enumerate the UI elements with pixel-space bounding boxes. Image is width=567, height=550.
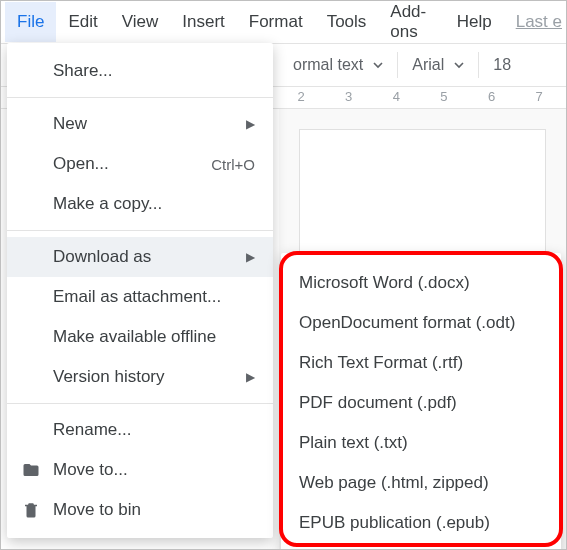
submenu-label: PDF document (.pdf) — [299, 393, 457, 413]
menu-item-email-attachment[interactable]: Email as attachment... — [7, 277, 273, 317]
menu-insert[interactable]: Insert — [170, 2, 237, 42]
menu-item-make-offline[interactable]: Make available offline — [7, 317, 273, 357]
paragraph-style-label: ormal text — [293, 56, 363, 74]
menu-item-move-to[interactable]: Move to... — [7, 450, 273, 490]
menu-separator — [7, 403, 273, 404]
menu-item-version-history[interactable]: Version history ▶ — [7, 357, 273, 397]
menu-item-open[interactable]: Open... Ctrl+O — [7, 144, 273, 184]
font-size-value: 18 — [493, 56, 511, 74]
menu-item-download-as[interactable]: Download as ▶ — [7, 237, 273, 277]
file-menu-dropdown: Share... New ▶ Open... Ctrl+O Make a cop… — [7, 43, 273, 538]
font-size-field[interactable]: 18 — [479, 44, 525, 86]
chevron-down-icon — [373, 60, 383, 70]
menubar: File Edit View Insert Format Tools Add-o… — [1, 1, 566, 43]
menu-shortcut: Ctrl+O — [211, 156, 255, 173]
chevron-down-icon — [454, 60, 464, 70]
submenu-label: EPUB publication (.epub) — [299, 513, 490, 533]
ruler-ticks: 2 3 4 5 6 7 8 — [279, 87, 566, 108]
menu-label: Make available offline — [53, 327, 216, 347]
menu-label: Move to... — [53, 460, 128, 480]
font-dropdown[interactable]: Arial — [398, 44, 478, 86]
ruler-label: 2 — [279, 89, 323, 104]
menu-tools[interactable]: Tools — [315, 2, 379, 42]
menu-file[interactable]: File — [5, 2, 56, 42]
chevron-right-icon: ▶ — [246, 250, 255, 264]
submenu-label: Plain text (.txt) — [299, 433, 408, 453]
ruler-label: 4 — [374, 89, 418, 104]
submenu-item-rtf[interactable]: Rich Text Format (.rtf) — [281, 343, 561, 383]
menu-edit[interactable]: Edit — [56, 2, 109, 42]
chevron-right-icon: ▶ — [246, 117, 255, 131]
menu-label: Open... — [53, 154, 109, 174]
menu-format[interactable]: Format — [237, 2, 315, 42]
trash-icon — [21, 500, 41, 520]
ruler-label: 3 — [327, 89, 371, 104]
ruler-label: 6 — [470, 89, 514, 104]
last-edit-link[interactable]: Last e — [504, 2, 566, 42]
submenu-label: Rich Text Format (.rtf) — [299, 353, 463, 373]
chevron-right-icon: ▶ — [246, 370, 255, 384]
menu-item-rename[interactable]: Rename... — [7, 410, 273, 450]
font-label: Arial — [412, 56, 444, 74]
folder-icon — [21, 460, 41, 480]
menu-separator — [7, 230, 273, 231]
menu-label: Email as attachment... — [53, 287, 221, 307]
submenu-item-epub[interactable]: EPUB publication (.epub) — [281, 503, 561, 543]
menu-label: Rename... — [53, 420, 131, 440]
menu-item-move-to-bin[interactable]: Move to bin — [7, 490, 273, 530]
submenu-item-html[interactable]: Web page (.html, zipped) — [281, 463, 561, 503]
ruler-label: 7 — [517, 89, 561, 104]
menu-separator — [7, 97, 273, 98]
menu-label: New — [53, 114, 87, 134]
menu-label: Make a copy... — [53, 194, 162, 214]
submenu-label: Microsoft Word (.docx) — [299, 273, 470, 293]
menu-item-new[interactable]: New ▶ — [7, 104, 273, 144]
paragraph-style-dropdown[interactable]: ormal text — [279, 44, 397, 86]
ruler-label: 5 — [422, 89, 466, 104]
download-as-submenu: Microsoft Word (.docx) OpenDocument form… — [281, 253, 561, 550]
menu-label: Share... — [53, 61, 113, 81]
menu-label: Version history — [53, 367, 165, 387]
submenu-item-pdf[interactable]: PDF document (.pdf) — [281, 383, 561, 423]
menu-label: Download as — [53, 247, 151, 267]
submenu-item-txt[interactable]: Plain text (.txt) — [281, 423, 561, 463]
menu-label: Move to bin — [53, 500, 141, 520]
menu-item-make-copy[interactable]: Make a copy... — [7, 184, 273, 224]
menu-help[interactable]: Help — [445, 2, 504, 42]
submenu-label: OpenDocument format (.odt) — [299, 313, 515, 333]
submenu-item-odt[interactable]: OpenDocument format (.odt) — [281, 303, 561, 343]
menu-view[interactable]: View — [110, 2, 171, 42]
submenu-label: Web page (.html, zipped) — [299, 473, 489, 493]
menu-item-share[interactable]: Share... — [7, 51, 273, 91]
submenu-item-docx[interactable]: Microsoft Word (.docx) — [281, 263, 561, 303]
